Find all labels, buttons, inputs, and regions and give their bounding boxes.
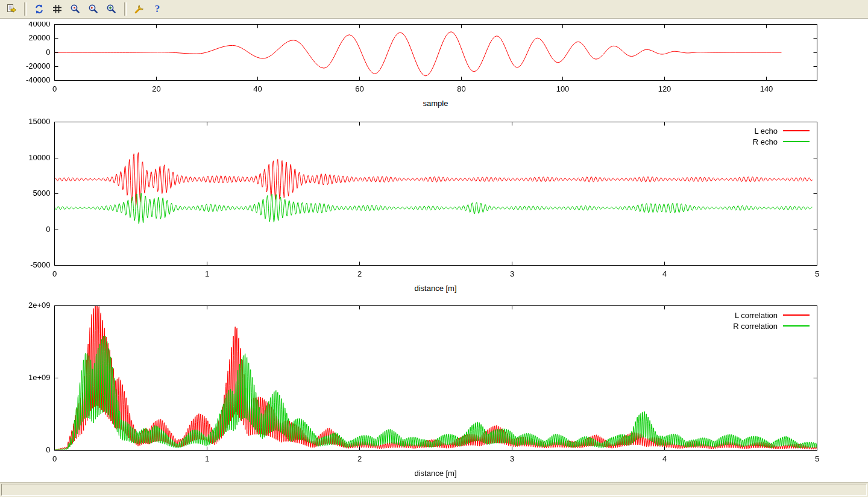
replot-button[interactable]	[31, 2, 47, 16]
legend-label: R echo	[753, 137, 778, 146]
copy-icon	[6, 4, 17, 14]
legend-line-sample	[783, 325, 810, 327]
chart1-xaxis-title: sample	[54, 99, 817, 108]
chart3-legend: L correlation R correlation	[733, 311, 810, 330]
zoom-previous-icon	[70, 4, 81, 14]
chirp-signal-chart[interactable]	[0, 22, 868, 97]
help-icon: ?	[155, 3, 160, 15]
zoom-next-button[interactable]	[86, 2, 101, 16]
legend-label: L correlation	[735, 311, 778, 320]
status-bar	[0, 482, 868, 497]
echo-chart[interactable]	[0, 116, 868, 283]
grid-toggle-button[interactable]	[49, 2, 65, 16]
magnifier-icon	[106, 4, 117, 14]
legend-line-sample	[783, 314, 810, 316]
chart2-xaxis-title: distance [m]	[54, 284, 817, 293]
toolbar-separator	[24, 2, 27, 16]
grid-icon	[52, 4, 63, 14]
legend-label: L echo	[754, 127, 778, 136]
configure-button[interactable]	[131, 2, 147, 16]
legend-line-sample	[783, 130, 810, 131]
chart2-legend: L echo R echo	[753, 127, 810, 146]
legend-label: R correlation	[733, 322, 778, 331]
wrench-icon	[134, 4, 145, 14]
zoom-previous-button[interactable]	[68, 2, 83, 16]
autoscale-button[interactable]	[104, 2, 119, 16]
refresh-icon	[34, 4, 45, 14]
toolbar-separator	[124, 2, 127, 16]
copy-to-clipboard-button[interactable]	[4, 2, 19, 16]
legend-line-sample	[783, 141, 810, 142]
legend-item-l-echo: L echo	[754, 127, 810, 135]
gnuplot-window: ? sample L echo R echo distance [m] L co…	[0, 0, 868, 497]
legend-item-r-correlation: R correlation	[733, 322, 810, 330]
help-button[interactable]: ?	[149, 2, 165, 16]
legend-item-l-correlation: L correlation	[735, 311, 810, 319]
toolbar: ?	[0, 0, 868, 19]
legend-item-r-echo: R echo	[753, 137, 810, 146]
zoom-next-icon	[88, 4, 99, 14]
status-field	[1, 484, 867, 496]
